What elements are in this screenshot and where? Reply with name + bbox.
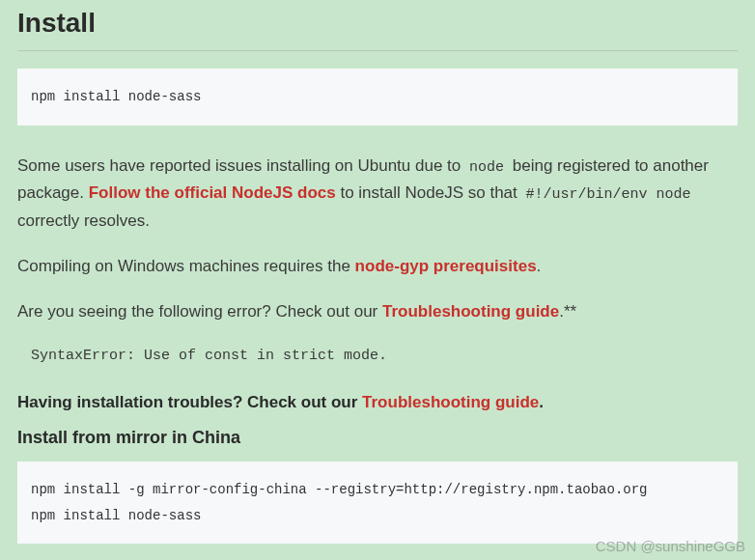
text: Having installation troubles? Check out … [17, 393, 362, 411]
paragraph-error-question: Are you seeing the following error? Chec… [17, 298, 738, 326]
text: Some users have reported issues installi… [17, 156, 465, 175]
link-troubleshooting-1[interactable]: Troubleshooting guide [382, 302, 559, 321]
code-block-install: npm install node-sass [17, 69, 738, 126]
link-nodejs-docs[interactable]: Follow the official NodeJS docs [89, 183, 336, 202]
install-heading: Install [17, 8, 738, 51]
link-troubleshooting-2[interactable]: Troubleshooting guide [362, 393, 539, 411]
paragraph-windows: Compiling on Windows machines requires t… [17, 253, 738, 281]
inline-code-env: #!/usr/bin/env node [522, 184, 695, 205]
text: .** [559, 302, 576, 321]
link-node-gyp[interactable]: node-gyp prerequisites [355, 257, 537, 275]
inline-code-node: node [465, 157, 508, 178]
code-block-mirror: npm install -g mirror-config-china --reg… [17, 462, 738, 544]
text: . [539, 393, 544, 411]
text: Compiling on Windows machines requires t… [17, 257, 355, 275]
text: to install NodeJS so that [336, 183, 522, 202]
text: . [537, 257, 542, 275]
text: correctly resolves. [17, 211, 150, 230]
subheading-mirror-china: Install from mirror in China [17, 428, 738, 448]
paragraph-troubles: Having installation troubles? Check out … [17, 393, 738, 412]
paragraph-ubuntu: Some users have reported issues installi… [17, 153, 738, 237]
error-text: SyntaxError: Use of const in strict mode… [31, 348, 738, 364]
text: Are you seeing the following error? Chec… [17, 302, 382, 321]
